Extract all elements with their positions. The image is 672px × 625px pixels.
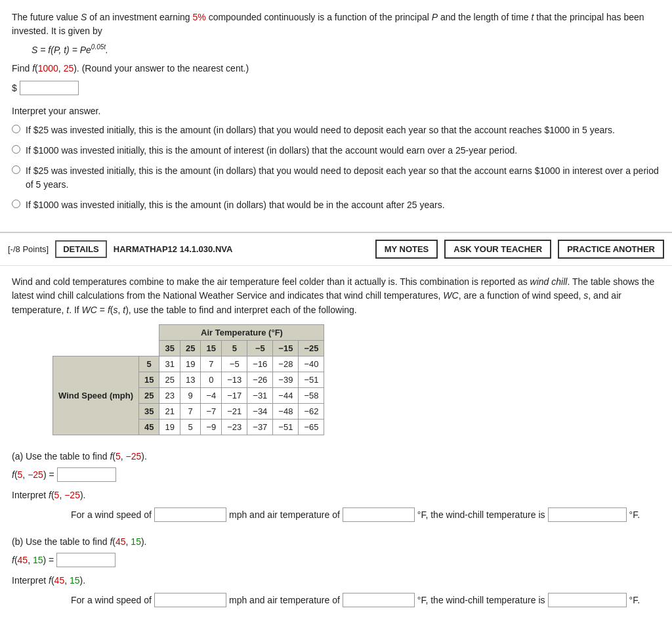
ask-teacher-button[interactable]: ASK YOUR TEACHER	[444, 240, 551, 259]
cell-45-n5: −37	[247, 419, 273, 435]
radio-label-2: If $1000 was invested initially, this is…	[26, 144, 517, 158]
col-header-n25: −25	[299, 340, 324, 356]
part-a-wind-chill-input[interactable]	[548, 507, 627, 522]
interpret-section: Interpret your answer. If $25 was invest…	[12, 104, 660, 212]
cell-45-25: 5	[180, 419, 200, 435]
cell-5-5: −5	[222, 356, 247, 372]
answer-input[interactable]	[20, 81, 79, 95]
cell-5-35: 31	[159, 356, 180, 372]
cell-25-35: 23	[159, 387, 180, 403]
cell-5-15: 7	[201, 356, 222, 372]
cell-15-n5: −26	[247, 372, 273, 387]
cell-25-n15: −44	[273, 387, 299, 403]
radio-1[interactable]	[12, 125, 20, 133]
points-label: [-/8 Points]	[8, 244, 49, 254]
cell-15-5: −13	[222, 372, 247, 387]
col-header-n15: −15	[273, 340, 299, 356]
part-b-deg-f-end: °F.	[629, 595, 640, 605]
part-a-for-wind-row: For a wind speed of mph and air temperat…	[12, 507, 660, 522]
cell-5-n25: −40	[299, 356, 324, 372]
bottom-section: [-/8 Points] DETAILS HARMATHAP12 14.1.03…	[0, 232, 672, 625]
part-b-air-temp-input[interactable]	[343, 593, 415, 607]
part-a-for-wind-label: For a wind speed of	[71, 509, 152, 520]
speed-45: 45	[139, 419, 159, 435]
speed-5: 5	[139, 356, 159, 372]
col-header-35: 35	[159, 340, 180, 356]
speed-35: 35	[139, 403, 159, 419]
part-a-wind-speed-input[interactable]	[154, 507, 226, 522]
radio-label-3: If $25 was invested initially, this is t…	[26, 164, 660, 192]
part-b-wind-speed-input[interactable]	[154, 593, 226, 607]
cell-25-15: −4	[201, 387, 222, 403]
question-header: [-/8 Points] DETAILS HARMATHAP12 14.1.03…	[0, 232, 672, 266]
speed-15: 15	[139, 372, 159, 387]
cell-15-15: 0	[201, 372, 222, 387]
col-header-5: 5	[222, 340, 247, 356]
radio-option-3[interactable]: If $25 was invested initially, this is t…	[12, 164, 660, 192]
cell-25-25: 9	[180, 387, 200, 403]
interpret-heading: Interpret your answer.	[12, 104, 660, 118]
cell-35-n25: −62	[299, 403, 324, 419]
cell-35-25: 7	[180, 403, 200, 419]
radio-label-4: If $1000 was invested initially, this is…	[26, 198, 445, 212]
cell-45-15: −9	[201, 419, 222, 435]
cell-5-n5: −16	[247, 356, 273, 372]
part-b-for-wind-label: For a wind speed of	[71, 595, 152, 605]
part-a-deg-f-end: °F.	[629, 509, 640, 520]
cell-45-35: 19	[159, 419, 180, 435]
question-body: Wind and cold temperatures combine to ma…	[0, 266, 672, 318]
part-a-interpret-label: Interpret f(5, −25).	[12, 488, 660, 502]
paragraph1: The future value S of an investment earn…	[12, 11, 660, 38]
cell-35-35: 21	[159, 403, 180, 419]
radio-3[interactable]	[12, 165, 20, 174]
part-a-find-label: f(5, −25) =	[12, 469, 54, 480]
col-header-25: 25	[180, 340, 200, 356]
my-notes-button[interactable]: MY NOTES	[375, 240, 438, 259]
part-a-air-temp-input[interactable]	[343, 507, 415, 522]
wind-chill-table-wrap: Air Temperature (°F) 35 25 15 5 −5 −15 −…	[52, 324, 672, 435]
radio-4[interactable]	[12, 200, 20, 208]
part-b-deg-f-label: °F, the wind-chill temperature is	[417, 595, 545, 605]
radio-option-1[interactable]: If $25 was invested initially, this is t…	[12, 123, 660, 137]
cell-25-n25: −58	[299, 387, 324, 403]
part-a-section: (a) Use the table to find f(5, −25). f(5…	[0, 446, 672, 522]
radio-label-1: If $25 was invested initially, this is t…	[26, 123, 615, 137]
radio-option-2[interactable]: If $1000 was invested initially, this is…	[12, 144, 660, 158]
part-b-answer-row: f(45, 15) =	[12, 553, 660, 567]
formula: S = f(P, t) = Pe0.05t.	[32, 43, 660, 55]
question-code: HARMATHAP12 14.1.030.NVA	[114, 244, 369, 254]
cell-15-n15: −39	[273, 372, 299, 387]
wind-speed-label: Wind Speed (mph)	[53, 356, 139, 435]
col-header-15: 15	[201, 340, 222, 356]
wind-chill-table: Air Temperature (°F) 35 25 15 5 −5 −15 −…	[52, 324, 324, 435]
part-a-label: (a) Use the table to find f(5, −25).	[12, 450, 660, 463]
cell-35-15: −7	[201, 403, 222, 419]
cell-35-n5: −34	[247, 403, 273, 419]
cell-45-n15: −51	[273, 419, 299, 435]
details-button[interactable]: DETAILS	[55, 240, 107, 258]
part-b-input[interactable]	[56, 553, 116, 567]
top-section: The future value S of an investment earn…	[0, 0, 672, 232]
part-a-input[interactable]	[57, 467, 116, 482]
cell-35-5: −21	[222, 403, 247, 419]
dollar-input-row: $	[12, 81, 660, 95]
practice-another-button[interactable]: PRACTICE ANOTHER	[558, 240, 664, 259]
radio-option-4[interactable]: If $1000 was invested initially, this is…	[12, 198, 660, 212]
cell-15-n25: −51	[299, 372, 324, 387]
part-b-label: (b) Use the table to find f(45, 15).	[12, 535, 660, 549]
radio-2[interactable]	[12, 145, 20, 154]
cell-15-35: 25	[159, 372, 180, 387]
part-a-deg-f-label: °F, the wind-chill temperature is	[417, 509, 545, 520]
air-temp-header: Air Temperature (°F)	[159, 324, 324, 340]
cell-15-25: 13	[180, 372, 200, 387]
cell-35-n15: −48	[273, 403, 299, 419]
part-b-find-label: f(45, 15) =	[12, 555, 54, 565]
cell-25-n5: −31	[247, 387, 273, 403]
cell-45-n25: −65	[299, 419, 324, 435]
dollar-sign: $	[12, 83, 17, 93]
part-b-section: (b) Use the table to find f(45, 15). f(4…	[0, 531, 672, 607]
cell-25-5: −17	[222, 387, 247, 403]
cell-5-n15: −28	[273, 356, 299, 372]
part-b-wind-chill-input[interactable]	[548, 593, 627, 607]
part-a-mph-label: mph and air temperature of	[229, 509, 340, 520]
